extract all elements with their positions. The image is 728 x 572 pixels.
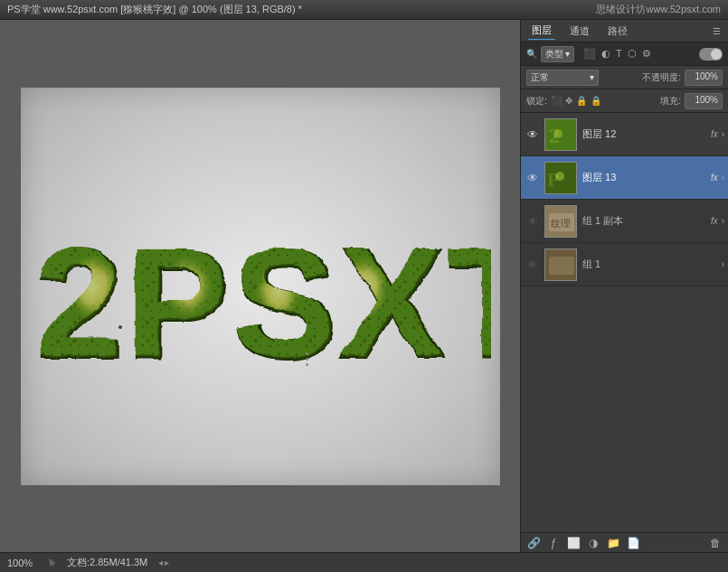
type-filter-icon[interactable]: T: [616, 48, 622, 60]
svg-point-29: [339, 252, 345, 258]
tab-layers[interactable]: 图层: [528, 22, 555, 40]
layer-12-fx: fx: [711, 129, 718, 139]
layers-search-bar: 🔍 类型 ▾ ⬛ ◐ T ⬡ ⚙: [521, 42, 728, 66]
main-area: 2PSXT 2PSXT 2PSXT: [0, 20, 728, 552]
lock-position-icon[interactable]: ✥: [565, 96, 572, 106]
svg-point-24: [182, 316, 185, 320]
svg-point-35: [421, 324, 426, 330]
add-style-button[interactable]: ƒ: [544, 535, 563, 551]
panel-options-icon[interactable]: ☰: [713, 26, 721, 36]
layer-13-thumbnail: P: [544, 162, 577, 194]
title-bar-watermark: 思绪设计坊www.52psxt.com: [596, 3, 721, 16]
search-icon: 🔍: [526, 49, 537, 59]
layer-list: 👁 2 图层 12 fx › 👁 P: [521, 113, 728, 532]
group1copy-arrow[interactable]: ›: [722, 216, 724, 226]
layer-item-group1[interactable]: 👁 组 1 ›: [521, 243, 728, 286]
opacity-input[interactable]: 100%: [685, 70, 723, 86]
tab-channels[interactable]: 通道: [566, 23, 593, 40]
fill-input[interactable]: 100%: [685, 93, 723, 109]
lock-pixels-icon[interactable]: ⬛: [551, 96, 562, 106]
svg-point-21: [163, 252, 168, 258]
layer-13-arrow[interactable]: ›: [722, 173, 724, 183]
add-mask-button[interactable]: ⬜: [564, 535, 582, 551]
new-layer-button[interactable]: 📄: [624, 535, 642, 551]
svg-point-19: [99, 311, 104, 315]
layers-panel: 图层 通道 路径 ☰ 🔍 类型 ▾ ⬛ ◐ T ⬡ ⚙ 正常: [520, 20, 728, 552]
filter-icons: ⬛ ◐ T ⬡ ⚙: [583, 48, 651, 60]
status-icon: 🖱: [47, 558, 56, 567]
layer-13-fx: fx: [711, 173, 718, 183]
svg-point-26: [267, 257, 271, 261]
blend-mode-dropdown[interactable]: 正常 ▾: [526, 70, 599, 86]
nav-next[interactable]: ▸: [165, 558, 169, 567]
layer-item-layer12[interactable]: 👁 2 图层 12 fx ›: [521, 113, 728, 156]
title-bar: PS学堂 www.52psxt.com [猕猴桃字效] @ 100% (图层 1…: [0, 0, 728, 20]
layer-13-name: 图层 13: [581, 171, 711, 184]
group1-name: 组 1: [581, 258, 722, 271]
new-group-button[interactable]: 📁: [604, 535, 622, 551]
new-adjustment-button[interactable]: ◑: [584, 535, 602, 551]
zoom-level: 100%: [7, 558, 40, 568]
lock-label: 锁定:: [526, 95, 547, 108]
layer-13-visibility[interactable]: 👁: [525, 170, 541, 186]
canvas-area: 2PSXT 2PSXT 2PSXT: [0, 20, 520, 552]
svg-point-31: [344, 320, 349, 325]
group1-visibility[interactable]: 👁: [525, 257, 541, 273]
lock-row: 锁定: ⬛ ✥ 🔒 🔒 填充: 100%: [521, 89, 728, 113]
layer-12-visibility[interactable]: 👁: [525, 127, 541, 143]
shape-filter-icon[interactable]: ⬡: [628, 48, 637, 60]
svg-point-22: [176, 261, 181, 266]
svg-point-25: [253, 248, 259, 253]
opacity-label: 不透明度:: [642, 71, 681, 84]
svg-point-33: [416, 248, 421, 253]
delete-layer-button[interactable]: 🗑: [706, 535, 724, 551]
group1-arrow[interactable]: ›: [722, 259, 724, 269]
svg-point-27: [258, 324, 263, 330]
blend-mode-label: 正常: [531, 71, 549, 84]
canvas: 2PSXT 2PSXT 2PSXT: [21, 88, 500, 485]
fill-label: 填充:: [660, 95, 681, 108]
svg-point-23: [167, 324, 173, 330]
title-bar-text: PS学堂 www.52psxt.com [猕猴桃字效] @ 100% (图层 1…: [7, 3, 596, 16]
svg-point-15: [68, 261, 73, 267]
adjustment-filter-icon[interactable]: ◐: [601, 48, 610, 60]
lock-artboard-icon[interactable]: 🔒: [576, 96, 587, 106]
pixel-filter-icon[interactable]: ⬛: [583, 48, 596, 60]
layer-item-layer13[interactable]: 👁 P 图层 13 fx ›: [521, 156, 728, 200]
layer-12-name: 图层 12: [581, 127, 711, 141]
lock-all-icon[interactable]: 🔒: [591, 96, 601, 106]
svg-point-30: [353, 261, 357, 266]
svg-point-16: [77, 252, 81, 257]
panel-header: 图层 通道 路径 ☰: [521, 20, 728, 42]
layer-12-arrow[interactable]: ›: [722, 129, 724, 139]
kind-dropdown-arrow: ▾: [565, 49, 570, 59]
group1-thumbnail: [544, 248, 577, 281]
svg-point-28: [272, 316, 276, 320]
group1copy-thumbnail: 纹理: [544, 205, 577, 238]
svg-point-18: [113, 257, 118, 262]
smart-filter-icon[interactable]: ⚙: [642, 48, 651, 60]
doc-info: 文档:2.85M/41.3M: [67, 556, 147, 569]
svg-point-44: [555, 172, 564, 181]
link-layers-button[interactable]: 🔗: [525, 535, 543, 551]
group1copy-visibility[interactable]: 👁: [525, 213, 541, 230]
blend-row: 正常 ▾ 不透明度: 100%: [521, 66, 728, 89]
layer-item-group1copy[interactable]: 👁 纹理 组 1 副本 fx ›: [521, 200, 728, 243]
layer-12-thumbnail: 2: [544, 118, 577, 151]
svg-rect-49: [549, 257, 574, 275]
tab-paths[interactable]: 路径: [604, 23, 631, 40]
svg-point-32: [358, 330, 362, 333]
panel-resize-handle[interactable]: [303, 341, 310, 377]
svg-text:纹理: 纹理: [551, 218, 571, 229]
kind-label: 类型: [545, 48, 563, 61]
blend-mode-arrow: ▾: [590, 72, 594, 82]
svg-point-20: [118, 325, 122, 329]
group1copy-fx: fx: [711, 216, 718, 226]
layer-kind-dropdown[interactable]: 类型 ▾: [541, 46, 574, 62]
nav-arrows: ◂ ▸: [158, 558, 169, 567]
kiwi-text-art: 2PSXT 2PSXT 2PSXT: [30, 187, 491, 386]
svg-point-41: [553, 129, 563, 138]
nav-prev[interactable]: ◂: [158, 558, 163, 567]
filter-toggle[interactable]: [699, 48, 723, 61]
status-bar: 100% 🖱 文档:2.85M/41.3M ◂ ▸: [0, 552, 728, 572]
